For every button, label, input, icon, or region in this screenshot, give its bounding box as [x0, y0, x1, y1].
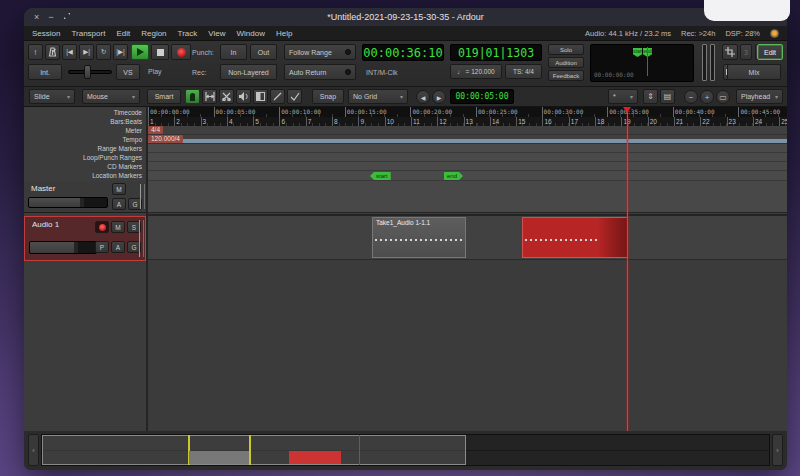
summary-scroll-right-button[interactable]: › [772, 434, 783, 466]
audio1-track-header[interactable]: Audio 1 M S P A G [24, 216, 146, 261]
tempo-chip[interactable]: 120.000/4 [148, 135, 183, 143]
smart-mode-button[interactable]: Smart [147, 89, 181, 104]
end-marker[interactable]: end [444, 172, 463, 180]
solo-button[interactable]: Solo [548, 44, 584, 55]
auto-return-button[interactable]: Auto Return [284, 64, 356, 80]
menu-item[interactable]: Window [236, 29, 264, 38]
meter-ruler[interactable]: 4/4 [148, 126, 787, 135]
grid-dropdown[interactable]: No Grid▾ [348, 89, 408, 104]
track-scroll-indicator[interactable] [140, 184, 145, 209]
audio1-a-button[interactable]: A [111, 241, 125, 253]
timefx-tool-button[interactable] [253, 89, 268, 104]
audio1-p-button[interactable]: P [95, 241, 109, 253]
bars-beats-ruler[interactable]: 1234567891011121314151617181920212223242… [148, 117, 787, 126]
cd-markers-ruler[interactable] [148, 162, 787, 171]
range-tool-button[interactable] [202, 89, 217, 104]
menu-item[interactable]: Track [178, 29, 198, 38]
empty-canvas[interactable] [148, 261, 787, 431]
zoom-preset-dropdown[interactable]: *▾ [608, 89, 638, 104]
ruler-label[interactable]: Loop/Punch Ranges [24, 153, 146, 162]
menu-item[interactable]: Session [32, 29, 60, 38]
play-button[interactable] [131, 44, 149, 60]
midi-panic-button[interactable]: ! [28, 44, 43, 60]
editor-tab-button[interactable]: Edit [757, 44, 783, 60]
meter-chip[interactable]: 4/4 [148, 126, 163, 134]
punch-in-button[interactable]: In [220, 44, 247, 60]
draw-tool-button[interactable] [270, 89, 285, 104]
ruler-label[interactable]: Bars:Beats [24, 117, 146, 126]
feedback-button[interactable]: Feedback [548, 70, 584, 81]
summary-view-rectangle[interactable] [42, 435, 466, 465]
audition-button[interactable]: Audition [548, 57, 584, 68]
sync-int-button[interactable]: Int. [28, 64, 62, 80]
tempo-ruler[interactable]: 120.000/4 [148, 135, 787, 144]
ruler-label[interactable]: Range Markers [24, 144, 146, 153]
start-marker[interactable]: start [370, 172, 391, 180]
cut-tool-button[interactable] [219, 89, 234, 104]
ruler-label[interactable]: Meter [24, 126, 146, 135]
punch-out-button[interactable]: Out [250, 44, 277, 60]
nudge-back-button[interactable]: ◀ [416, 90, 430, 104]
snap-button[interactable]: Snap [312, 89, 344, 104]
goto-start-button[interactable]: |◀ [62, 44, 77, 60]
record-mode-button[interactable]: Non-Layered [220, 64, 277, 80]
audio1-gain-fader[interactable] [29, 241, 97, 254]
zoom-out-button[interactable]: − [684, 90, 698, 104]
shuttle-handle[interactable] [84, 65, 91, 79]
zoom-session-button[interactable]: ▤ [660, 89, 675, 104]
menu-item[interactable]: View [208, 29, 225, 38]
loop-button[interactable]: ↻ [96, 44, 111, 60]
ruler-label[interactable]: CD Markers [24, 162, 146, 171]
menu-item[interactable]: Help [276, 29, 292, 38]
ruler-label[interactable]: Timecode [24, 107, 146, 117]
tempo-button[interactable]: ♩ = 120.000 [450, 64, 502, 79]
master-a-button[interactable]: A [112, 198, 126, 210]
audio-region-recording[interactable] [522, 217, 628, 258]
bbt-clock[interactable]: 019|01|1303 [450, 44, 542, 61]
audio1-record-arm-button[interactable] [95, 221, 109, 233]
metronome-button[interactable] [45, 44, 60, 60]
grab-tool-button[interactable] [185, 89, 200, 104]
zoom-fit-button[interactable]: ▭ [716, 90, 730, 104]
master-gain-fader[interactable] [28, 197, 108, 208]
timecode-ruler[interactable]: 00:00:00:0000:00:05:0000:00:10:0000:00:1… [148, 107, 787, 117]
mixer-tab-button[interactable]: Mix [727, 64, 781, 80]
ruler-label[interactable]: Tempo [24, 135, 146, 144]
master-track-header[interactable]: Master M A G [24, 181, 146, 213]
master-track-lane[interactable] [148, 181, 787, 213]
main-transport-clock[interactable]: 00:00:36:10 [362, 44, 444, 61]
ruler-label[interactable]: Location Markers [24, 171, 146, 181]
time-signature-button[interactable]: TS: 4/4 [505, 64, 542, 79]
minimize-icon[interactable]: − [48, 13, 53, 22]
track-scroll-indicator[interactable] [139, 220, 144, 257]
fullscreen-icon[interactable] [63, 12, 71, 22]
zoom-in-button[interactable]: + [700, 90, 714, 104]
zoom-focus-dropdown[interactable]: Playhead▾ [736, 89, 783, 104]
audition-tool-button[interactable] [236, 89, 251, 104]
playhead-marker[interactable] [623, 107, 631, 113]
titlebar[interactable]: × − *Untitled-2021-09-23-15-30-35 - Ardo… [24, 8, 787, 26]
edit-mode-dropdown[interactable]: Slide▾ [29, 89, 75, 104]
close-icon[interactable]: × [34, 13, 39, 22]
error-log-button[interactable] [770, 29, 779, 38]
audio1-track-lane[interactable]: Take1_Audio 1-1.1 [148, 216, 787, 260]
play-selection-button[interactable]: |▶| [113, 44, 128, 60]
edit-tool-button[interactable] [287, 89, 302, 104]
loop-punch-ruler[interactable] [148, 153, 787, 162]
nudge-forward-button[interactable]: ▶ [432, 90, 446, 104]
location-markers-ruler[interactable]: start end [148, 171, 787, 181]
summary-overview[interactable] [41, 434, 770, 466]
track-name[interactable]: Master [31, 184, 55, 193]
goto-end-button[interactable]: ▶| [79, 44, 94, 60]
summary-scroll-left-button[interactable]: ‹ [28, 434, 39, 466]
range-markers-ruler[interactable] [148, 144, 787, 153]
editor-window-button[interactable] [722, 44, 738, 60]
page-3-button[interactable]: 3 [740, 44, 752, 60]
stop-button[interactable] [151, 44, 169, 60]
nudge-clock[interactable]: 00:00:05:00 [450, 89, 514, 104]
zoom-vertical-fit-button[interactable]: ⇕ [643, 89, 658, 104]
menu-item[interactable]: Region [141, 29, 166, 38]
track-name[interactable]: Audio 1 [32, 220, 59, 229]
vari-speed-button[interactable]: VS [116, 64, 140, 80]
record-button[interactable] [171, 44, 191, 60]
